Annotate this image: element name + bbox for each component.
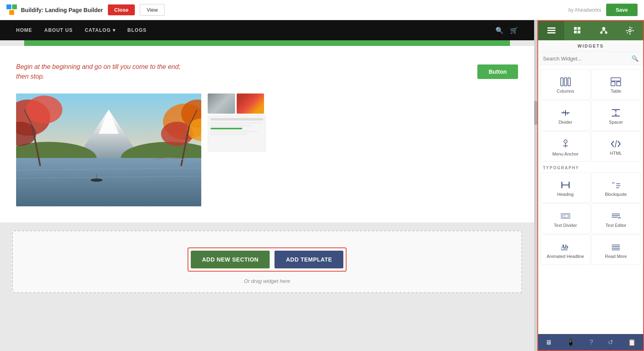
widget-columns[interactable]: Columns (541, 69, 590, 100)
nav-icons: 🔍 🛒 (495, 27, 518, 34)
side-images (208, 93, 266, 152)
history-icon[interactable]: 📋 (625, 339, 639, 346)
widget-text-editor-label: Text Editor (605, 223, 626, 228)
add-template-button[interactable]: ADD TEMPLATE (275, 251, 343, 268)
widget-table-label: Table (611, 89, 621, 93)
save-button[interactable]: Save (606, 4, 638, 16)
svg-rect-40 (632, 30, 634, 31)
svg-text:": " (612, 181, 615, 189)
main-image (16, 93, 201, 206)
svg-rect-8 (16, 158, 201, 206)
svg-rect-44 (564, 78, 567, 86)
svg-rect-46 (611, 78, 621, 81)
widgets-label: WIDGETS (538, 40, 643, 52)
widget-divider-label: Divider (559, 120, 572, 125)
widget-animated-headline[interactable]: Ab Animated Headline (541, 235, 590, 265)
widget-html[interactable]: HTML (591, 131, 641, 162)
nav-catalog[interactable]: CATALOG ▾ (85, 27, 116, 33)
nav-about[interactable]: ABOUT US (44, 27, 73, 33)
widget-read-more[interactable]: Read More (591, 235, 641, 265)
mobile-icon[interactable]: 📱 (564, 339, 578, 346)
scroll-divider[interactable] (534, 20, 537, 351)
nav-blogs[interactable]: BLOGS (128, 27, 147, 33)
search-icon[interactable]: 🔍 (495, 27, 504, 34)
sidebar-tab-grid[interactable] (564, 21, 590, 40)
sidebar-tab-settings[interactable] (617, 21, 643, 40)
widget-heading[interactable]: Heading (541, 172, 590, 203)
svg-rect-43 (561, 78, 563, 86)
widget-html-label: HTML (610, 151, 622, 156)
html-icon (611, 139, 621, 148)
widget-grid-section[interactable]: Columns Table (538, 65, 643, 334)
right-sidebar: WIDGETS 🔍 Columns (537, 20, 644, 351)
widget-grid-main: Columns Table (540, 69, 642, 162)
widget-text-divider[interactable]: T Text Divider (541, 204, 590, 234)
svg-rect-0 (6, 4, 11, 9)
svg-rect-42 (627, 32, 628, 34)
cart-icon[interactable]: 🛒 (510, 27, 518, 34)
animated-headline-icon: Ab (560, 243, 571, 251)
widget-menu-anchor[interactable]: Menu Anchor (541, 131, 590, 162)
svg-rect-29 (574, 31, 577, 33)
widget-search-input[interactable] (543, 56, 632, 62)
view-button[interactable]: View (140, 4, 165, 16)
svg-point-31 (602, 27, 605, 30)
add-new-section-button[interactable]: ADD NEW SECTION (191, 251, 270, 268)
svg-line-61 (615, 140, 617, 147)
page-content: Begin at the beginning and go on till yo… (0, 46, 534, 222)
widget-divider[interactable]: Divider (541, 100, 590, 131)
text-divider-icon: T (560, 212, 571, 220)
settings-icon (626, 27, 634, 35)
heading-icon (560, 181, 571, 189)
widget-search: 🔍 (538, 52, 643, 65)
widget-columns-label: Columns (557, 89, 574, 93)
nav-home[interactable]: HOME (16, 27, 32, 33)
widget-table[interactable]: Table (591, 69, 641, 100)
menu-anchor-icon (560, 139, 571, 149)
side-image-3 (208, 115, 266, 152)
widget-text-divider-label: Text Divider (554, 223, 577, 228)
add-buttons-row: ADD NEW SECTION ADD TEMPLATE (188, 247, 347, 272)
canvas-area[interactable]: HOME ABOUT US CATALOG ▾ BLOGS 🔍 🛒 Begin … (0, 20, 534, 351)
grid-icon (574, 27, 581, 34)
top-bar: Buildify: Landing Page Builder Close Vie… (0, 0, 644, 20)
content-button[interactable]: Button (477, 64, 518, 79)
svg-marker-57 (615, 114, 617, 116)
by-text: by Aheadworks (568, 7, 601, 13)
app-title: Buildify: Landing Page Builder (21, 7, 103, 13)
main-layout: HOME ABOUT US CATALOG ▾ BLOGS 🔍 🛒 Begin … (0, 20, 644, 351)
top-bar-left: Buildify: Landing Page Builder Close Vie… (6, 4, 165, 16)
widget-search-icon[interactable]: 🔍 (632, 55, 638, 62)
svg-point-33 (605, 31, 607, 34)
svg-line-34 (601, 30, 604, 31)
help-icon[interactable]: ? (586, 339, 597, 346)
svg-rect-30 (578, 31, 580, 33)
svg-marker-56 (615, 110, 617, 111)
green-banner (24, 40, 510, 46)
svg-rect-37 (630, 27, 630, 28)
svg-point-22 (91, 179, 103, 182)
tree-icon (600, 27, 608, 34)
widget-spacer[interactable]: Spacer (591, 100, 641, 131)
widget-text-editor[interactable]: Text Editor (591, 204, 641, 234)
scroll-thumb (534, 101, 537, 125)
widget-animated-headline-label: Animated Headline (547, 254, 584, 259)
widget-spacer-label: Spacer (609, 120, 623, 125)
sidebar-bottom: 🖥 📱 ? ↺ 📋 (538, 334, 643, 350)
widget-read-more-label: Read More (605, 254, 627, 259)
close-button[interactable]: Close (108, 4, 135, 15)
typography-section-label: TYPOGRAPHY (540, 162, 642, 172)
svg-rect-28 (578, 27, 580, 30)
svg-rect-24 (547, 27, 555, 29)
sidebar-tab-tree[interactable] (591, 21, 617, 40)
side-images-row-1 (208, 93, 266, 114)
columns-icon (560, 77, 571, 86)
add-section-area: ADD NEW SECTION ADD TEMPLATE Or drag wid… (12, 231, 522, 293)
sidebar-tabs (538, 21, 643, 40)
svg-rect-38 (630, 33, 630, 35)
svg-rect-2 (9, 10, 14, 15)
sidebar-tab-menu[interactable] (538, 21, 564, 40)
undo-icon[interactable]: ↺ (605, 339, 616, 346)
widget-blockquote[interactable]: " Blockquote (591, 172, 641, 203)
monitor-icon[interactable]: 🖥 (542, 339, 555, 346)
